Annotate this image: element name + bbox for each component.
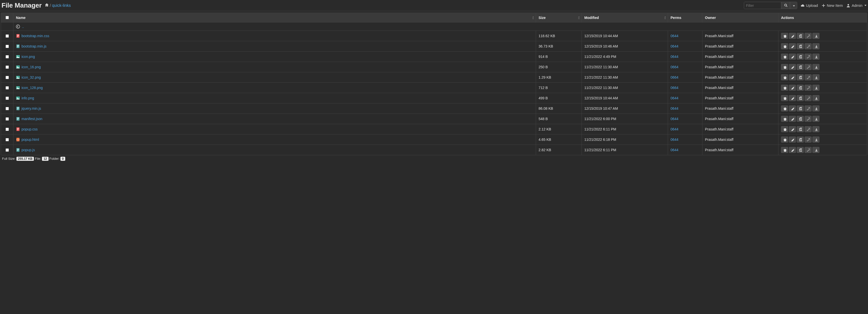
copy-button[interactable] (797, 54, 804, 60)
delete-button[interactable] (781, 136, 788, 143)
row-checkbox[interactable] (6, 148, 9, 152)
link-button[interactable] (805, 64, 812, 70)
new-item-link[interactable]: New Item (822, 3, 843, 8)
file-link[interactable]: bootstrap.min.css (22, 34, 49, 38)
copy-button[interactable] (797, 105, 804, 112)
delete-button[interactable] (781, 85, 788, 91)
rename-button[interactable] (789, 147, 796, 153)
row-checkbox[interactable] (6, 107, 9, 110)
rename-button[interactable] (789, 95, 796, 101)
row-checkbox[interactable] (6, 45, 9, 48)
delete-button[interactable] (781, 105, 788, 112)
file-link[interactable]: bootstrap.min.js (22, 44, 46, 48)
download-button[interactable] (812, 116, 819, 122)
search-input[interactable] (744, 2, 781, 9)
file-link[interactable]: icon_16.png (22, 65, 41, 69)
download-button[interactable] (812, 95, 819, 101)
download-button[interactable] (812, 105, 819, 112)
copy-button[interactable] (797, 43, 804, 49)
download-button[interactable] (812, 147, 819, 153)
admin-menu[interactable]: Admin (846, 3, 866, 8)
rename-button[interactable] (789, 126, 796, 132)
link-button[interactable] (805, 85, 812, 91)
link-button[interactable] (805, 116, 812, 122)
file-link[interactable]: icon_32.png (22, 75, 41, 80)
file-link[interactable]: popup.css (22, 127, 38, 131)
copy-button[interactable] (797, 64, 804, 70)
delete-button[interactable] (781, 74, 788, 81)
download-button[interactable] (812, 136, 819, 143)
download-button[interactable] (812, 85, 819, 91)
parent-link[interactable]: .. (22, 25, 24, 29)
col-size[interactable]: Size (536, 13, 582, 23)
delete-button[interactable] (781, 54, 788, 60)
download-button[interactable] (812, 54, 819, 60)
col-name[interactable]: Name (13, 13, 536, 23)
file-perms[interactable]: 0644 (671, 106, 678, 111)
file-perms[interactable]: 0644 (671, 96, 678, 100)
rename-button[interactable] (789, 54, 796, 60)
download-button[interactable] (812, 43, 819, 49)
link-button[interactable] (805, 54, 812, 60)
link-button[interactable] (805, 126, 812, 132)
copy-button[interactable] (797, 33, 804, 39)
file-perms[interactable]: 0644 (671, 137, 678, 142)
rename-button[interactable] (789, 74, 796, 81)
file-perms[interactable]: 0664 (671, 86, 678, 90)
delete-button[interactable] (781, 43, 788, 49)
file-link[interactable]: jquery.min.js (22, 106, 41, 111)
row-checkbox[interactable] (6, 128, 9, 131)
file-perms[interactable]: 0644 (671, 44, 678, 48)
search-button[interactable] (781, 2, 790, 9)
file-link[interactable]: popup.js (22, 148, 35, 152)
select-all-checkbox[interactable] (6, 16, 9, 19)
copy-button[interactable] (797, 85, 804, 91)
delete-button[interactable] (781, 126, 788, 132)
file-perms[interactable]: 0644 (671, 148, 678, 152)
row-checkbox[interactable] (6, 97, 9, 100)
link-button[interactable] (805, 95, 812, 101)
copy-button[interactable] (797, 95, 804, 101)
copy-button[interactable] (797, 116, 804, 122)
link-button[interactable] (805, 33, 812, 39)
rename-button[interactable] (789, 33, 796, 39)
delete-button[interactable] (781, 95, 788, 101)
row-checkbox[interactable] (6, 86, 9, 90)
delete-button[interactable] (781, 116, 788, 122)
file-link[interactable]: icon_128.png (22, 86, 43, 90)
copy-button[interactable] (797, 147, 804, 153)
row-checkbox[interactable] (6, 55, 9, 58)
link-button[interactable] (805, 136, 812, 143)
col-modified[interactable]: Modified (582, 13, 668, 23)
file-perms[interactable]: 0664 (671, 65, 678, 69)
delete-button[interactable] (781, 33, 788, 39)
file-perms[interactable]: 0644 (671, 34, 678, 38)
copy-button[interactable] (797, 74, 804, 81)
search-dropdown-toggle[interactable] (790, 2, 797, 9)
download-button[interactable] (812, 33, 819, 39)
link-button[interactable] (805, 105, 812, 112)
file-perms[interactable]: 0644 (671, 127, 678, 131)
row-checkbox[interactable] (6, 138, 9, 141)
upload-link[interactable]: Upload (801, 3, 818, 8)
file-link[interactable]: icon.png (22, 55, 35, 59)
breadcrumb-current[interactable]: quick-links (52, 3, 71, 8)
link-button[interactable] (805, 74, 812, 81)
row-checkbox[interactable] (6, 117, 9, 121)
row-checkbox[interactable] (6, 34, 9, 38)
row-checkbox[interactable] (6, 65, 9, 69)
file-perms[interactable]: 0664 (671, 75, 678, 80)
file-perms[interactable]: 0644 (671, 117, 678, 121)
file-link[interactable]: info.png (22, 96, 34, 100)
download-button[interactable] (812, 64, 819, 70)
copy-button[interactable] (797, 136, 804, 143)
delete-button[interactable] (781, 147, 788, 153)
breadcrumb-home[interactable] (45, 3, 49, 8)
link-button[interactable] (805, 147, 812, 153)
copy-button[interactable] (797, 126, 804, 132)
download-button[interactable] (812, 126, 819, 132)
rename-button[interactable] (789, 43, 796, 49)
rename-button[interactable] (789, 105, 796, 112)
delete-button[interactable] (781, 64, 788, 70)
rename-button[interactable] (789, 64, 796, 70)
